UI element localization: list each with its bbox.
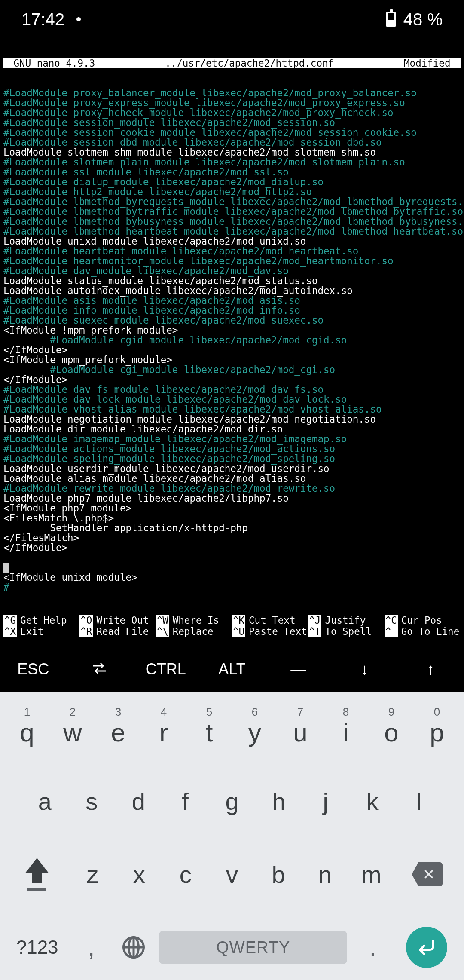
up-key[interactable]: ↑ — [398, 660, 464, 678]
nano-help-item: ^KCut Text — [232, 615, 308, 626]
editor-line: #LoadModule proxy_express_module libexec… — [3, 98, 461, 108]
editor-line: #LoadModule slotmem_plain_module libexec… — [3, 157, 461, 167]
key-label: f — [182, 787, 189, 815]
backspace-key[interactable]: ✕ — [395, 862, 460, 886]
key-m[interactable]: m — [348, 838, 394, 911]
editor-line: LoadModule php7_module libexec/apache2/l… — [3, 493, 461, 503]
editor-line: #LoadModule session_module libexec/apach… — [3, 118, 461, 128]
editor-line: LoadModule dir_module libexec/apache2/mo… — [3, 424, 461, 434]
nano-editor-body[interactable]: #LoadModule proxy_balancer_module libexe… — [3, 88, 461, 592]
editor-line: </IfModule> — [3, 543, 461, 553]
tab-key[interactable] — [66, 660, 132, 678]
key-s[interactable]: s — [68, 765, 115, 838]
key-c[interactable]: c — [162, 838, 209, 911]
key-superscript: 8 — [343, 705, 349, 719]
editor-line: #LoadModule cgi_module libexec/apache2/m… — [3, 365, 461, 375]
notification-dot-icon — [76, 17, 81, 21]
symbols-label: ?123 — [16, 937, 58, 958]
terminal-view[interactable]: GNU nano 4.9.3 ../usr/etc/apache2/httpd.… — [3, 39, 461, 647]
period-key[interactable]: . — [351, 911, 394, 980]
key-x[interactable]: x — [116, 838, 162, 911]
key-j[interactable]: j — [302, 765, 349, 838]
key-label: l — [416, 787, 421, 815]
shift-key[interactable] — [4, 858, 69, 891]
key-g[interactable]: g — [209, 765, 256, 838]
nano-help-key: ^X — [3, 626, 17, 637]
key-label: u — [293, 718, 307, 747]
key-label: c — [180, 861, 192, 888]
key-v[interactable]: v — [209, 838, 255, 911]
key-a[interactable]: a — [21, 765, 68, 838]
editor-line: <IfModule mpm_prefork_module> — [3, 355, 461, 365]
editor-line: LoadModule userdir_module libexec/apache… — [3, 464, 461, 474]
nano-help-key: ^J — [308, 615, 321, 626]
cursor — [3, 563, 9, 573]
key-label: w — [63, 718, 82, 747]
editor-line: SetHandler application/x-httpd-php — [3, 523, 461, 533]
battery-icon — [386, 12, 396, 27]
key-b[interactable]: b — [255, 838, 302, 911]
nano-help-label: Cur Pos — [401, 615, 442, 626]
editor-line — [3, 553, 461, 563]
key-label: n — [318, 861, 332, 888]
editor-line: LoadModule unixd_module libexec/apache2/… — [3, 236, 461, 246]
nano-help-label: Write Out — [96, 615, 149, 626]
language-key[interactable] — [113, 911, 155, 980]
key-label: q — [20, 718, 34, 747]
nano-help-key: ^W — [156, 615, 169, 626]
key-h[interactable]: h — [255, 765, 302, 838]
key-label: y — [248, 718, 261, 747]
nano-help-label: Exit — [20, 626, 43, 637]
tab-icon — [92, 662, 107, 674]
key-label: i — [343, 718, 348, 747]
down-key[interactable]: ↓ — [331, 660, 397, 678]
space-key[interactable]: QWERTY — [159, 931, 347, 964]
key-n[interactable]: n — [302, 838, 348, 911]
ctrl-key[interactable]: CTRL — [133, 660, 199, 678]
nano-help-bar: ^GGet Help^OWrite Out^WWhere Is^KCut Tex… — [3, 612, 461, 637]
key-t[interactable]: 5t — [186, 700, 232, 765]
symbols-key[interactable]: ?123 — [4, 911, 70, 980]
key-y[interactable]: 6y — [232, 700, 278, 765]
key-e[interactable]: 3e — [95, 700, 141, 765]
key-i[interactable]: 8i — [323, 700, 369, 765]
key-r[interactable]: 4r — [141, 700, 186, 765]
nano-help-item: ^CCur Pos — [385, 615, 461, 626]
key-label: d — [132, 787, 145, 815]
key-p[interactable]: 0p — [414, 700, 460, 765]
dash-key[interactable]: — — [265, 660, 331, 678]
nano-help-label: Get Help — [20, 615, 67, 626]
editor-line: </IfModule> — [3, 345, 461, 355]
editor-line: LoadModule autoindex_module libexec/apac… — [3, 286, 461, 296]
editor-line: <IfModule !mpm_prefork_module> — [3, 325, 461, 335]
editor-line: LoadModule alias_module libexec/apache2/… — [3, 474, 461, 484]
shift-icon — [25, 858, 49, 891]
editor-line: #LoadModule vhost_alias_module libexec/a… — [3, 404, 461, 414]
nano-modified-flag: Modified — [404, 58, 461, 68]
status-bar: 17:42 48 % — [0, 0, 464, 39]
enter-key[interactable] — [394, 927, 460, 968]
nano-help-key: ^_ — [385, 626, 398, 637]
key-d[interactable]: d — [115, 765, 162, 838]
editor-line: LoadModule negotiation_module libexec/ap… — [3, 414, 461, 424]
key-q[interactable]: 1q — [4, 700, 50, 765]
key-label: g — [225, 787, 238, 815]
alt-key[interactable]: ALT — [199, 660, 265, 678]
key-z[interactable]: z — [69, 838, 116, 911]
key-k[interactable]: k — [349, 765, 396, 838]
editor-line: #LoadModule ssl_module libexec/apache2/m… — [3, 167, 461, 177]
key-label: h — [272, 787, 285, 815]
status-time: 17:42 — [21, 10, 64, 29]
editor-line: #LoadModule dav_module libexec/apache2/m… — [3, 266, 461, 276]
nano-version: GNU nano 4.9.3 — [3, 58, 95, 68]
key-u[interactable]: 7u — [278, 700, 323, 765]
editor-line: #LoadModule lbmethod_byrequests_module l… — [3, 197, 461, 207]
period-label: . — [369, 934, 376, 961]
key-o[interactable]: 9o — [369, 700, 414, 765]
key-w[interactable]: 2w — [50, 700, 95, 765]
comma-key[interactable]: , — [70, 911, 113, 980]
esc-key[interactable]: ESC — [0, 660, 66, 678]
key-l[interactable]: l — [396, 765, 443, 838]
key-label: x — [133, 861, 145, 888]
key-f[interactable]: f — [162, 765, 209, 838]
